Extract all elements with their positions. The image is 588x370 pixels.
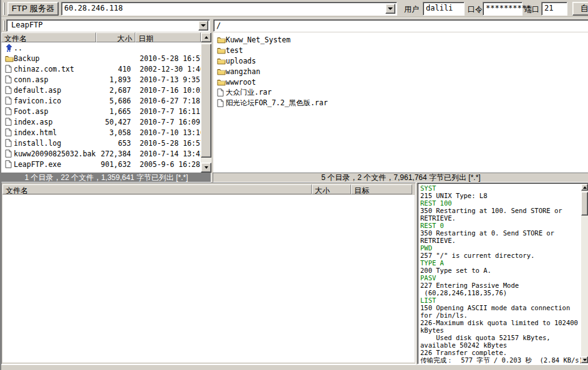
remote-file-row[interactable]: uploads (213, 55, 588, 66)
file-date: 2010-7-7 16:11 (131, 107, 200, 116)
ftp-server-button[interactable]: FTP 服务器 (7, 2, 59, 16)
file-date: 2010-5-28 16:57 (131, 139, 201, 148)
local-file-row[interactable]: Backup2010-5-28 16:57 (1, 53, 201, 64)
log-line: 227 Entering Passive Mode (420, 282, 581, 289)
remote-file-panel: Kuww_Net_Systemtestuploadswangzhanwwwroo… (213, 32, 588, 173)
file-icon (1, 149, 14, 158)
remote-file-row[interactable]: wwwroot (213, 77, 588, 87)
scroll-down-button[interactable] (201, 163, 211, 173)
log-line: LIST (420, 296, 581, 304)
log-line: kBytes (420, 326, 581, 334)
log-line: PWD (420, 244, 581, 252)
log-line: Used disk quota 52157 kBytes, (420, 334, 581, 341)
remote-file-list: Kuww_Net_Systemtestuploadswangzhanwwwroo… (213, 32, 588, 108)
remote-file-row[interactable]: 大众门业.rar (213, 87, 588, 98)
file-date: 2005-9-6 16:28 (131, 160, 200, 169)
server-address-input[interactable]: 60.28.246.118 (62, 2, 397, 12)
file-name: default.asp (14, 86, 94, 95)
local-file-row[interactable]: Foot.asp1,6652010-7-7 16:11 (1, 106, 201, 116)
server-address-dropdown-button[interactable] (385, 4, 395, 14)
remote-file-row[interactable]: 阳光论坛FOR_7.2_黑色版.rar (213, 98, 588, 108)
log-line: 257 "/" is current directory. (420, 252, 581, 259)
remote-path-field[interactable]: / (213, 19, 588, 32)
log-line: RETRIEVE. (420, 214, 581, 222)
local-status-text: 1 个目录，22 个文件，1,359,641 字节已列出 [*.*] (1, 173, 211, 183)
local-file-row[interactable]: install.log6532010-5-28 16:57 (1, 138, 201, 148)
file-date: 2010-7-13 9:35 (131, 75, 200, 84)
remote-file-row[interactable]: wangzhan (213, 66, 588, 77)
local-folder-combo-value[interactable]: LeapFTP (11, 21, 43, 29)
file-name: install.log (14, 139, 94, 148)
log-line: 150 Opening ASCII mode data connection (420, 304, 581, 311)
file-name: kuww20090825032.bak (14, 149, 94, 158)
scrollbar-thumb[interactable] (201, 44, 211, 158)
log-line: PASV (420, 274, 581, 282)
local-file-row[interactable]: index.html3,0582010-7-10 13:10 (1, 127, 201, 138)
local-file-row[interactable]: favicon.ico5,6862010-6-27 7:18 (1, 95, 201, 106)
file-date: 2010-7-7 16:09 (131, 118, 200, 126)
file-date: 2010-7-16 10:05 (131, 86, 201, 95)
remote-status-text: 5 个目录，2 个文件，7,961,764 字节已列出 [*.*] (213, 173, 588, 183)
local-file-row[interactable]: chinaz.com.txt4102002-12-30 1:40 (1, 64, 201, 74)
server-address-combo: 60.28.246.118 (61, 2, 397, 16)
scroll-up-button[interactable] (581, 184, 588, 191)
file-icon (1, 75, 14, 83)
log-line: RETRIEVE. (420, 237, 581, 244)
remote-file-row[interactable]: Kuww_Net_System (213, 34, 588, 45)
queue-column-filename[interactable]: 文件名 (2, 184, 312, 194)
local-file-row[interactable]: default.asp2,6872010-7-16 10:05 (1, 85, 201, 95)
file-size: 901,632 (94, 160, 131, 169)
file-size: 5,686 (94, 97, 131, 105)
log-line: REST 100 (420, 199, 581, 207)
chevron-down-icon (201, 24, 206, 27)
auto-button[interactable]: 自动 (572, 2, 588, 16)
scroll-down-button[interactable] (581, 356, 588, 363)
remote-path-value: / (214, 20, 588, 30)
local-folder-dropdown-button[interactable] (198, 21, 208, 31)
local-column-size[interactable]: 大小 (96, 32, 135, 42)
remote-file-row[interactable]: test (213, 45, 588, 55)
local-file-row[interactable]: index.asp50,4272010-7-7 16:09 (1, 116, 201, 127)
log-line: 226 Transfer complete. (420, 349, 581, 356)
local-file-row[interactable]: LeapFTP.exe901,6322005-9-6 16:28 (1, 159, 201, 169)
queue-column-size[interactable]: 大小 (312, 184, 351, 194)
file-size: 653 (94, 139, 131, 148)
file-icon (1, 118, 14, 126)
file-name: uploads (226, 57, 256, 65)
scroll-up-button[interactable] (201, 32, 211, 42)
file-date: 2010-5-28 16:57 (131, 54, 201, 63)
file-icon (1, 86, 14, 94)
username-field[interactable]: dalili (423, 2, 465, 16)
queue-column-target[interactable]: 目标 (351, 184, 412, 194)
local-column-date[interactable]: 日期 (135, 32, 201, 42)
file-name: 阳光论坛FOR_7.2_黑色版.rar (226, 98, 328, 108)
file-name: Backup (14, 54, 94, 63)
file-date: 2010-7-10 13:10 (131, 128, 201, 137)
file-icon (1, 97, 14, 105)
log-line: available 50242 kBytes (420, 341, 581, 349)
ftp-log-panel: SYST215 UNIX Type: L8REST 100350 Restart… (417, 183, 588, 364)
file-icon (1, 139, 14, 147)
file-icon (1, 65, 14, 73)
file-name: Kuww_Net_System (226, 36, 291, 44)
folder-icon (213, 57, 226, 65)
log-line: 215 UNIX Type: L8 (420, 192, 581, 199)
scrollbar-thumb[interactable] (581, 192, 588, 216)
arrow-up-icon (583, 186, 587, 189)
local-column-filename[interactable]: 文件名 (1, 32, 96, 42)
log-line: for /bin/ls. (420, 311, 581, 319)
log-scrollbar (581, 184, 588, 363)
arrow-up-icon (205, 36, 208, 39)
file-name: favicon.ico (14, 97, 94, 105)
local-file-row[interactable]: .. (1, 42, 201, 53)
log-line: 350 Restarting at 0. Send STORE or (420, 229, 581, 237)
main-toolbar: FTP 服务器 60.28.246.118 用户 dalili 口令 *****… (1, 0, 588, 17)
folder-icon (213, 46, 226, 54)
pathbar-grip[interactable] (3, 21, 5, 31)
ftp-log-lines: SYST215 UNIX Type: L8REST 100350 Restart… (420, 184, 581, 364)
toolbar-grip[interactable] (3, 2, 5, 15)
local-file-row[interactable]: kuww20090825032.bak272,3842010-7-14 13:4… (1, 148, 201, 159)
port-field[interactable]: 21 (541, 2, 567, 16)
local-file-row[interactable]: conn.asp1,8932010-7-13 9:35 (1, 74, 201, 85)
password-field[interactable]: ********** (483, 2, 523, 16)
